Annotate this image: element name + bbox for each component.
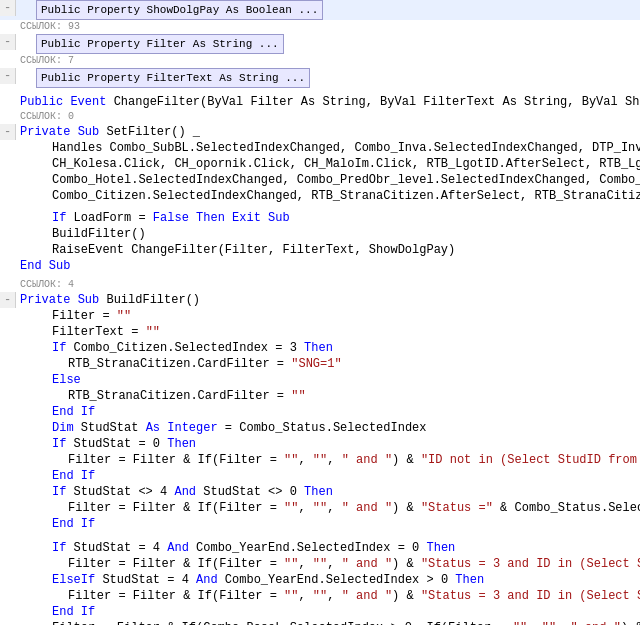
endif-studstat4-yearend: End If (0, 604, 640, 620)
filter-id-not-in: Filter = Filter & If(Filter = "", "", " … (0, 452, 640, 468)
gutter-setfilter[interactable]: - (0, 124, 16, 140)
gutter-collapse-2[interactable]: - (0, 34, 16, 50)
ref-count-4: ССЫЛОК: 4 (0, 278, 640, 292)
handles-line-1: Handles Combo_SubBL.SelectedIndexChanged… (0, 140, 640, 156)
if-citizen-line: If Combo_Citizen.SelectedIndex = 3 Then (0, 340, 640, 356)
filter-status: Filter = Filter & If(Filter = "", "", " … (0, 500, 640, 516)
ref-count-0: ССЫЛОК: 0 (0, 110, 640, 124)
private-sub-buildfilter[interactable]: - Private Sub BuildFilter() (0, 292, 640, 308)
elseif-studstat4-yearend-gt0: ElseIf StudStat = 4 And Combo_YearEnd.Se… (0, 572, 640, 588)
filter-empty: Filter = "" (0, 308, 640, 324)
public-event-line: Public Event ChangeFilter(ByVal Filter A… (0, 94, 640, 110)
if-studstat-0: If StudStat = 0 Then (0, 436, 640, 452)
endif-studstat0: End If (0, 468, 640, 484)
dim-studstat: Dim StudStat As Integer = Combo_Status.S… (0, 420, 640, 436)
collapsed-property-showdolgpay[interactable]: - Public Property ShowDolgPay As Boolean… (0, 0, 640, 20)
collapsed-block-3[interactable]: Public Property FilterText As String ... (36, 68, 310, 88)
else-line: Else (0, 372, 640, 388)
collapsed-property-filter[interactable]: - Public Property Filter As String ... (0, 34, 640, 54)
gutter-collapse[interactable]: - (0, 0, 16, 16)
if-studstat4-yearend0: If StudStat = 4 And Combo_YearEnd.Select… (0, 540, 640, 556)
filter-status3-in1: Filter = Filter & If(Filter = "", "", " … (0, 556, 640, 572)
filtertext-empty: FilterText = "" (0, 324, 640, 340)
rtb-card-sng: RTB_StranaCitizen.CardFilter = "SNG=1" (0, 356, 640, 372)
filter-status3-in2: Filter = Filter & If(Filter = "", "", " … (0, 588, 640, 604)
filter-basel: Filter = Filter & If(Combo_BaseL.Selecte… (0, 620, 640, 625)
private-sub-setfilter[interactable]: - Private Sub SetFilter() _ (0, 124, 640, 140)
if-loadform-line: If LoadForm = False Then Exit Sub (0, 210, 640, 226)
endif-citizen: End If (0, 404, 640, 420)
rtb-card-empty: RTB_StranaCitizen.CardFilter = "" (0, 388, 640, 404)
code-editor: - Public Property ShowDolgPay As Boolean… (0, 0, 640, 625)
handles-line-4: Combo_Citizen.SelectedIndexChanged, RTB_… (0, 188, 640, 204)
ref-count-93: ССЫЛОК: 93 (0, 20, 640, 34)
collapsed-block-2[interactable]: Public Property Filter As String ... (36, 34, 284, 54)
buildfilter-call: BuildFilter() (0, 226, 640, 242)
if-studstat-neq4: If StudStat <> 4 And StudStat <> 0 Then (0, 484, 640, 500)
collapsed-property-filtertext[interactable]: - Public Property FilterText As String .… (0, 68, 640, 88)
gutter-buildfilter[interactable]: - (0, 292, 16, 308)
raiseevent-line: RaiseEvent ChangeFilter(Filter, FilterTe… (0, 242, 640, 258)
endif-studstat-neq4: End If (0, 516, 640, 532)
gutter-collapse-3[interactable]: - (0, 68, 16, 84)
ref-count-7: ССЫЛОК: 7 (0, 54, 640, 68)
collapsed-block[interactable]: Public Property ShowDolgPay As Boolean .… (36, 0, 323, 20)
handles-line-2: CH_Kolesa.Click, CH_opornik.Click, CH_Ma… (0, 156, 640, 172)
handles-line-3: Combo_Hotel.SelectedIndexChanged, Combo_… (0, 172, 640, 188)
end-sub-setfilter: End Sub (0, 258, 640, 274)
